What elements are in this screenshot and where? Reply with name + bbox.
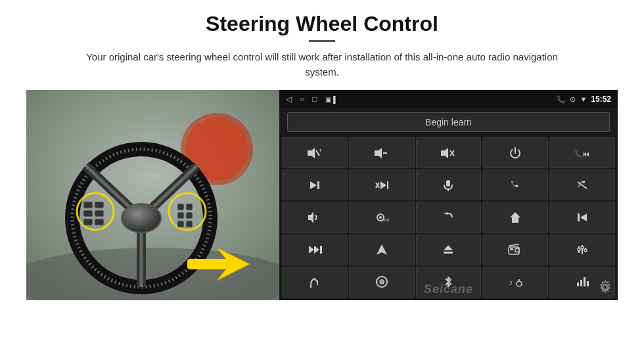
back-button[interactable]	[416, 202, 482, 233]
svg-rect-82	[587, 281, 589, 286]
svg-point-77	[517, 281, 522, 286]
phone-prev-button[interactable]: 📞⏮	[549, 137, 615, 168]
svg-text:360°: 360°	[382, 218, 390, 222]
wifi-icon: ▼	[580, 95, 587, 103]
notification-icon: ▣▐	[325, 96, 336, 103]
svg-rect-44	[387, 181, 388, 189]
svg-marker-56	[309, 246, 314, 254]
svg-point-75	[380, 281, 382, 283]
svg-marker-48	[308, 212, 313, 223]
page: Steering Wheel Control Your original car…	[0, 0, 644, 360]
content-row: ◁ ○ □ ▣▐ 📞 ⊙ ▼ 15:52 Begin learn	[26, 90, 618, 300]
svg-rect-79	[577, 282, 579, 286]
android-panel: ◁ ○ □ ▣▐ 📞 ⊙ ▼ 15:52 Begin learn	[279, 90, 618, 300]
back-nav-icon[interactable]: ◁	[286, 95, 292, 104]
svg-marker-60	[444, 245, 453, 250]
svg-text:+: +	[319, 148, 322, 154]
svg-marker-32	[375, 148, 382, 158]
home-button[interactable]	[482, 202, 548, 233]
svg-point-63	[515, 248, 519, 252]
svg-rect-28	[187, 259, 230, 269]
begin-learn-row: Begin learn	[279, 108, 618, 136]
mic-button[interactable]	[416, 169, 482, 200]
status-bar-right: 📞 ⊙ ▼ 15:52	[557, 95, 611, 104]
svg-rect-61	[444, 252, 453, 254]
music-settings-button[interactable]: ♪	[482, 267, 548, 298]
subtitle: Your original car's steering wheel contr…	[85, 50, 559, 79]
prev-track-button[interactable]	[549, 202, 615, 233]
svg-point-12	[122, 204, 161, 233]
cam360-button[interactable]: 360°	[349, 202, 415, 233]
svg-marker-52	[444, 212, 448, 215]
svg-text:⏮: ⏮	[582, 150, 589, 158]
vol-up-button[interactable]: +	[282, 137, 348, 168]
svg-text:♪: ♪	[509, 277, 513, 287]
home-nav-icon[interactable]: ○	[300, 95, 304, 104]
svg-marker-43	[380, 181, 386, 189]
svg-marker-57	[314, 246, 319, 254]
svg-rect-65	[510, 248, 513, 250]
steering-wheel-image	[26, 90, 279, 300]
svg-rect-17	[95, 210, 104, 217]
mute-button[interactable]	[416, 137, 482, 168]
status-bar: ◁ ○ □ ▣▐ 📞 ⊙ ▼ 15:52	[279, 90, 618, 108]
call-button[interactable]	[482, 169, 548, 200]
disc-button[interactable]	[349, 267, 415, 298]
svg-rect-81	[584, 277, 586, 286]
clock: 15:52	[591, 95, 611, 104]
svg-rect-19	[95, 219, 104, 225]
svg-marker-39	[310, 181, 317, 189]
fast-fwd-button[interactable]	[282, 235, 348, 265]
svg-rect-45	[446, 180, 450, 187]
svg-rect-24	[186, 212, 193, 219]
svg-point-70	[581, 246, 584, 249]
svg-line-47	[578, 182, 587, 189]
hang-up-button[interactable]	[549, 169, 615, 200]
skip-button[interactable]	[349, 169, 415, 200]
radio-button[interactable]	[482, 235, 548, 265]
gps-icon: ⊙	[570, 95, 576, 104]
page-title: Steering Wheel Control	[206, 12, 438, 36]
equalizer-button[interactable]	[549, 235, 615, 265]
next-track-button[interactable]	[282, 169, 348, 200]
svg-marker-55	[580, 214, 587, 221]
eject-button[interactable]	[416, 235, 482, 265]
svg-rect-54	[578, 214, 580, 221]
svg-rect-14	[83, 202, 93, 208]
svg-rect-18	[83, 219, 93, 225]
speaker-button[interactable]	[282, 202, 348, 233]
svg-rect-21	[177, 204, 184, 210]
svg-point-69	[578, 248, 580, 251]
recents-nav-icon[interactable]: □	[312, 95, 317, 104]
svg-marker-34	[441, 148, 448, 158]
svg-point-50	[379, 216, 382, 219]
svg-rect-25	[177, 221, 184, 227]
settings-gear-icon[interactable]	[598, 280, 612, 298]
svg-rect-22	[186, 204, 193, 210]
svg-rect-23	[177, 212, 184, 219]
learn-button[interactable]	[282, 267, 348, 298]
svg-rect-16	[95, 202, 104, 208]
vol-down-button[interactable]	[349, 137, 415, 168]
svg-rect-58	[320, 246, 322, 254]
control-button-grid: + 📞⏮	[279, 136, 618, 300]
bluetooth-button[interactable]	[416, 267, 482, 298]
svg-rect-15	[83, 210, 93, 217]
phone-signal-icon: 📞	[557, 95, 566, 104]
svg-point-83	[603, 285, 608, 290]
svg-line-64	[509, 244, 519, 246]
svg-marker-59	[377, 244, 387, 255]
svg-rect-80	[580, 280, 582, 286]
begin-learn-button[interactable]: Begin learn	[287, 112, 610, 132]
svg-rect-40	[317, 181, 319, 189]
title-divider	[309, 40, 335, 42]
svg-point-71	[584, 249, 587, 252]
power-button[interactable]	[482, 137, 548, 168]
nav-button[interactable]	[349, 235, 415, 265]
svg-rect-26	[186, 221, 193, 227]
status-bar-left: ◁ ○ □ ▣▐	[286, 95, 336, 104]
svg-marker-53	[510, 212, 520, 223]
svg-marker-29	[308, 148, 315, 158]
